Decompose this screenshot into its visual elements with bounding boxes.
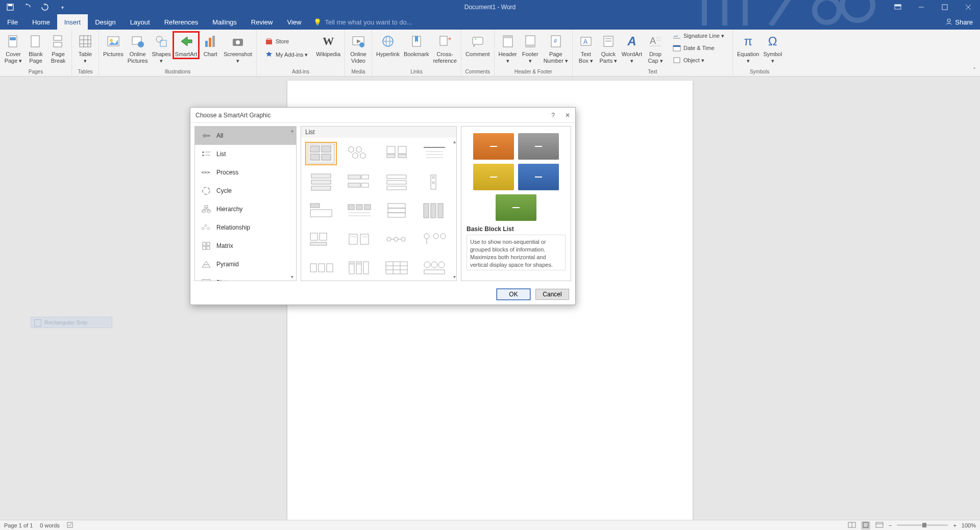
wikipedia-button[interactable]: WWikipedia [314,32,342,59]
zoom-slider[interactable] [897,524,948,526]
category-scrollbar[interactable]: ▴▾ [289,128,295,280]
category-hierarchy[interactable]: Hierarchy [195,200,296,218]
ok-button[interactable]: OK [497,289,530,300]
thumb-varying-width-list[interactable] [381,170,412,194]
bookmark-button[interactable]: Bookmark [402,32,431,59]
thumb-lined-list[interactable] [419,142,450,165]
thumb-vertical-block-list[interactable] [343,256,375,280]
object-button[interactable]: Object ▾ [670,55,727,65]
svg-rect-59 [673,45,680,47]
thumb-square-accent-list[interactable] [343,199,375,222]
collapse-ribbon-icon[interactable]: ˄ [973,67,976,74]
symbol-button[interactable]: ΩSymbol ▾ [761,32,784,65]
thumb-tab-list[interactable] [419,170,450,194]
tab-file[interactable]: File [0,14,25,30]
page-number-button[interactable]: #Page Number ▾ [542,32,570,65]
store-button[interactable]: Store [262,36,311,47]
thumb-alternating-hexagons[interactable] [343,142,375,165]
category-relationship[interactable]: Relationship [195,218,296,237]
cancel-button[interactable]: Cancel [535,289,569,300]
cover-page-button[interactable]: Cover Page ▾ [2,32,24,65]
thumb-bending-picture-list[interactable] [305,228,337,251]
zoom-in-icon[interactable]: + [953,522,956,528]
thumb-vertical-box-list[interactable] [305,170,337,194]
cross-reference-button[interactable]: Cross- reference [431,32,458,65]
blank-page-button[interactable]: Blank Page [24,32,47,65]
wordart-button[interactable]: AWordArt ▾ [620,32,644,65]
minimize-icon[interactable] [910,0,933,14]
qat-customize-icon[interactable]: ▾ [58,3,66,11]
maximize-icon[interactable] [933,0,957,14]
category-list[interactable]: List [195,145,296,163]
thumb-grouped-list[interactable] [343,228,375,251]
thumb-vertical-bracket-list[interactable] [343,170,375,194]
tab-references[interactable]: References [157,14,205,30]
tab-view[interactable]: View [280,14,308,30]
preview-pane: Basic Block List Use to show non-sequent… [461,126,571,281]
header-button[interactable]: Header ▾ [497,32,519,65]
thumb-picture-accent-list[interactable] [419,199,450,222]
footer-button[interactable]: Footer ▾ [519,32,542,65]
hyperlink-button[interactable]: Hyperlink [374,32,402,59]
thumb-segmented-process[interactable] [419,256,450,280]
tab-mailings[interactable]: Mailings [205,14,244,30]
thumb-horizontal-bullet-list[interactable] [305,199,337,222]
dialog-close-icon[interactable]: ✕ [565,112,570,119]
date-time-button[interactable]: Date & Time [670,43,727,53]
equation-button[interactable]: πEquation ▾ [735,32,761,65]
dialog-help-icon[interactable]: ? [551,112,555,119]
thumb-vertical-picture-list[interactable] [305,256,337,280]
status-words[interactable]: 0 words [40,522,60,528]
svg-rect-103 [310,210,332,217]
shapes-button[interactable]: Shapes ▾ [150,32,173,65]
share-button[interactable]: Share [938,14,980,30]
dialog-title-bar[interactable]: Choose a SmartArt Graphic ? ✕ [190,108,575,123]
save-icon[interactable] [6,3,14,11]
document-title: Document1 - Word [464,4,516,11]
tab-design[interactable]: Design [88,14,122,30]
pictures-button[interactable]: Pictures [101,32,126,59]
spellcheck-icon[interactable] [67,521,75,529]
category-process[interactable]: Process [195,163,296,182]
svg-point-122 [387,237,391,241]
zoom-out-icon[interactable]: − [889,522,892,528]
my-addins-button[interactable]: My Add-ins ▾ [262,49,311,60]
read-mode-icon[interactable] [848,522,856,529]
tab-insert[interactable]: Insert [57,14,88,30]
chart-button[interactable]: Chart [199,32,222,59]
signature-line-button[interactable]: Signature Line ▾ [670,31,727,41]
drop-cap-button[interactable]: ADrop Cap ▾ [644,32,667,65]
page-break-button[interactable]: Page Break [47,32,69,65]
category-pyramid[interactable]: Pyramid [195,255,296,273]
thumb-table-list[interactable] [381,256,412,280]
text-box-button[interactable]: AText Box ▾ [575,32,597,65]
gallery-scrollbar[interactable]: ▴▾ [451,139,456,280]
thumb-picture-caption-list[interactable] [381,142,412,165]
ribbon-display-options-icon[interactable] [886,0,910,14]
table-button[interactable]: Table ▾ [74,32,96,65]
tab-layout[interactable]: Layout [123,14,157,30]
quick-parts-button[interactable]: Quick Parts ▾ [597,32,620,65]
tab-review[interactable]: Review [244,14,280,30]
undo-icon[interactable] [23,3,32,11]
thumb-horizontal-picture-list[interactable] [381,228,412,251]
category-picture[interactable]: Picture [195,273,296,281]
thumb-basic-block-list[interactable] [305,142,337,165]
print-layout-icon[interactable] [861,521,870,529]
screenshot-button[interactable]: Screenshot ▾ [222,32,254,65]
category-all[interactable]: All [195,127,296,145]
category-matrix[interactable]: Matrix [195,237,296,255]
online-pictures-button[interactable]: Online Pictures [126,32,150,65]
comment-button[interactable]: +Comment [463,32,492,59]
status-page[interactable]: Page 1 of 1 [4,522,33,528]
smartart-button[interactable]: SmartArt [173,32,199,59]
category-cycle[interactable]: Cycle [195,182,296,200]
thumb-continuous-picture-list[interactable] [419,228,450,251]
close-icon[interactable] [957,0,980,14]
tab-home[interactable]: Home [25,14,57,30]
online-video-button[interactable]: Online Video [347,32,370,65]
redo-icon[interactable] [41,3,49,11]
zoom-level[interactable]: 100% [962,522,976,528]
web-layout-icon[interactable] [875,522,884,529]
thumb-stacked-list[interactable] [381,199,412,222]
